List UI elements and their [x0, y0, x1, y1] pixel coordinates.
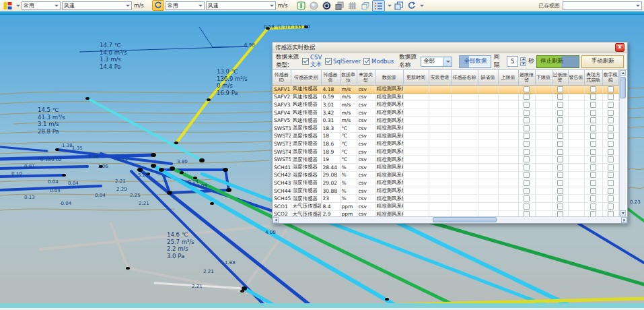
table-row[interactable]: SWST2温度传感器18℃csv精准测风系统 — [273, 132, 618, 140]
row-checkbox[interactable] — [524, 86, 530, 92]
profile-select-1[interactable]: 常用 — [22, 1, 61, 10]
table-row[interactable]: SCO2大气压传感器2.9ppmcsv精准测风系统 — [273, 210, 618, 216]
table-row[interactable]: SAFV1风速传感器4.18m/scsv精准测风系统 — [273, 86, 618, 94]
row-checkbox[interactable] — [608, 141, 614, 147]
row-checkbox[interactable] — [590, 204, 596, 210]
table-row[interactable]: SWST5温度传感器19℃csv精准测风系统 — [273, 156, 618, 164]
scroll-down-icon[interactable] — [620, 210, 626, 216]
table-row[interactable]: SWST3温度传感器18.6℃csv精准测风系统 — [273, 140, 618, 148]
row-checkbox[interactable] — [557, 110, 563, 116]
column-header[interactable]: 下限值 — [535, 70, 552, 86]
row-checkbox[interactable] — [524, 149, 530, 155]
row-checkbox[interactable] — [524, 180, 530, 186]
table-row[interactable]: SWST1温度传感器18.3℃csv精准测风系统 — [273, 124, 618, 132]
row-checkbox[interactable] — [524, 110, 530, 116]
column-header[interactable]: 表现方式启动 — [584, 70, 602, 86]
column-header[interactable]: 过低报警 — [552, 70, 568, 86]
row-checkbox[interactable] — [524, 125, 530, 131]
scroll-right-icon[interactable] — [621, 217, 627, 223]
column-header[interactable]: 安装巷道 — [429, 70, 451, 86]
source-name-select[interactable]: 全部 — [421, 57, 453, 67]
row-checkbox[interactable] — [590, 211, 596, 216]
chevron-down-icon[interactable] — [443, 57, 452, 66]
stop-refresh-button[interactable]: 停止刷新 — [536, 55, 580, 68]
table-row[interactable]: SCH42湿度传感器29.08%csv精准测风系统 — [273, 171, 618, 179]
saved-views-select[interactable] — [563, 1, 642, 10]
table-row[interactable]: SCH41湿度传感器28.44%csv精准测风系统 — [273, 163, 618, 171]
sync-icon[interactable] — [152, 0, 164, 11]
row-checkbox[interactable] — [590, 125, 596, 131]
row-checkbox[interactable] — [557, 195, 563, 202]
row-checkbox[interactable] — [590, 172, 596, 178]
column-header[interactable]: 数据源 — [375, 70, 403, 86]
all-data-button[interactable]: 全部数据 — [459, 55, 491, 68]
row-checkbox[interactable] — [608, 164, 614, 170]
row-checkbox[interactable] — [557, 102, 563, 108]
row-checkbox[interactable] — [557, 86, 563, 92]
manual-refresh-button[interactable]: 手动刷新 — [581, 55, 624, 68]
power-icon[interactable] — [295, 1, 307, 11]
row-checkbox[interactable] — [608, 86, 614, 92]
sphere-icon[interactable] — [321, 1, 332, 11]
layers-icon[interactable] — [334, 1, 345, 11]
palette-caret-icon[interactable] — [16, 5, 20, 7]
row-checkbox[interactable] — [524, 164, 530, 170]
table-row[interactable]: SAFV3风速传感器3.01m/scsv精准测风系统 — [273, 101, 618, 109]
vertical-scrollbar[interactable] — [619, 70, 626, 216]
row-checkbox[interactable] — [557, 204, 563, 210]
row-checkbox[interactable] — [524, 102, 530, 108]
row-checkbox[interactable] — [608, 94, 614, 100]
row-checkbox[interactable] — [590, 195, 596, 202]
list-icon[interactable] — [372, 0, 385, 11]
row-checkbox[interactable] — [557, 156, 563, 162]
row-checkbox[interactable] — [524, 195, 530, 202]
cube-icon[interactable] — [359, 1, 371, 11]
row-checkbox[interactable] — [608, 195, 614, 202]
refresh-icon[interactable] — [406, 1, 417, 11]
checkbox-csv[interactable]: CSV文本 — [302, 54, 322, 69]
row-checkbox[interactable] — [608, 180, 614, 186]
row-checkbox[interactable] — [590, 117, 596, 123]
hscroll-thumb[interactable] — [433, 217, 497, 222]
row-checkbox[interactable] — [608, 149, 614, 155]
row-checkbox[interactable] — [590, 94, 596, 100]
row-checkbox[interactable] — [557, 117, 563, 123]
refresh-caret-icon[interactable] — [420, 5, 424, 7]
column-header[interactable]: 上限值 — [498, 70, 518, 86]
row-checkbox[interactable] — [557, 188, 563, 194]
column-header[interactable]: 传感器类别 — [291, 70, 321, 86]
row-checkbox[interactable] — [524, 133, 530, 139]
scroll-left-icon[interactable] — [273, 217, 279, 223]
checkbox-sqlserver[interactable]: SqlServer — [325, 58, 361, 65]
row-checkbox[interactable] — [557, 172, 563, 178]
row-checkbox[interactable] — [590, 188, 596, 194]
table-row[interactable]: SCH45湿度传感器23%csv精准测风系统 — [273, 195, 618, 203]
row-checkbox[interactable] — [608, 133, 614, 139]
row-checkbox[interactable] — [557, 180, 563, 186]
row-checkbox[interactable] — [524, 188, 530, 194]
table-row[interactable]: SAFV2风速传感器0.59m/scsv精准测风系统 — [273, 93, 618, 101]
row-checkbox[interactable] — [524, 156, 530, 162]
table-row[interactable]: SAFV4风速传感器3.42m/scsv精准测风系统 — [273, 108, 618, 117]
row-checkbox[interactable] — [524, 211, 530, 216]
grid-icon[interactable] — [347, 1, 358, 11]
row-checkbox[interactable] — [557, 133, 563, 139]
row-checkbox[interactable] — [590, 149, 596, 155]
column-header[interactable]: 传感器值 — [321, 70, 340, 86]
column-header[interactable]: 超限报警 — [518, 70, 535, 86]
row-checkbox[interactable] — [608, 211, 614, 216]
column-header[interactable]: 传感器ID — [273, 70, 291, 86]
table-row[interactable]: SCH43湿度传感器29.02%csv精准测风系统 — [273, 179, 618, 187]
column-header[interactable]: 警告值 — [568, 70, 584, 86]
profile-select-2[interactable]: 常用 — [166, 1, 205, 10]
table-row[interactable]: SAFV5风速传感器0.31m/scsv精准测风系统 — [273, 117, 618, 125]
column-header[interactable]: 更新时间 — [403, 70, 429, 86]
row-checkbox[interactable] — [557, 211, 563, 216]
windows-icon[interactable] — [393, 1, 404, 11]
column-header[interactable]: 数字模拟 — [602, 70, 618, 86]
checkbox-modbus[interactable]: Modbus — [363, 58, 394, 65]
row-checkbox[interactable] — [590, 141, 596, 147]
row-checkbox[interactable] — [590, 86, 596, 92]
column-header[interactable]: 缺省值 — [478, 70, 498, 86]
row-checkbox[interactable] — [608, 188, 614, 194]
